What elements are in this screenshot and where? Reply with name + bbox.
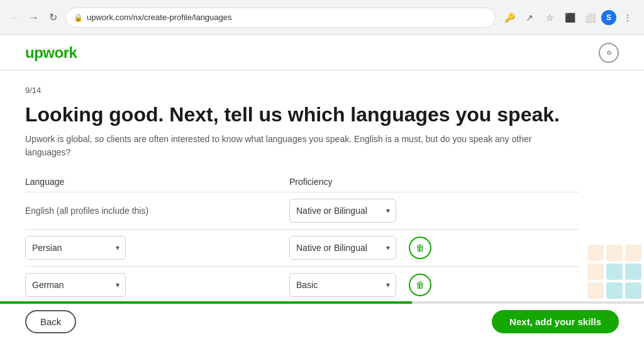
bottom-navigation: Back Next, add your skills <box>0 304 644 339</box>
lock-icon: 🔒 <box>74 13 83 22</box>
password-manager-button[interactable]: 🔑 <box>501 9 518 26</box>
delete-persian-button[interactable]: 🗑 <box>409 236 431 259</box>
language-row-german: Persian German French Spanish Arabic ▾ N… <box>25 266 579 304</box>
german-proficiency-wrapper: Native or Bilingual Fluent Conversationa… <box>289 273 396 297</box>
language-row-english: English (all profiles include this) Nati… <box>25 192 579 229</box>
main-content: 9/14 Looking good. Next, tell us which l… <box>0 70 604 338</box>
language-column-header: Language <box>25 177 289 187</box>
browser-profile-avatar[interactable]: S <box>601 10 616 25</box>
deco-cell-8 <box>625 282 641 299</box>
step-indicator: 9/14 <box>25 86 579 95</box>
upwork-logo: upwork <box>25 44 77 62</box>
menu-button[interactable]: ⋮ <box>619 9 636 26</box>
delete-german-button[interactable]: 🗑 <box>409 274 431 296</box>
back-nav-button[interactable]: ← <box>8 10 23 25</box>
forward-nav-button[interactable]: → <box>26 10 42 25</box>
english-proficiency-wrapper: Native or Bilingual Fluent Conversationa… <box>289 199 396 223</box>
german-proficiency-select[interactable]: Native or Bilingual Fluent Conversationa… <box>289 273 396 297</box>
german-language-wrapper: Persian German French Spanish Arabic ▾ <box>25 273 126 297</box>
user-account-icon[interactable]: ⚬ <box>599 43 619 63</box>
persian-proficiency-select[interactable]: Native or Bilingual Fluent Conversationa… <box>289 236 396 260</box>
browser-actions: 🔑 ↗ ☆ ⬛ ⬜ S ⋮ <box>501 9 636 26</box>
table-header: Language Proficiency <box>25 177 579 187</box>
german-language-select[interactable]: Persian German French Spanish Arabic <box>25 273 126 297</box>
page-subtitle: Upwork is global, so clients are often i… <box>25 133 579 159</box>
deco-cell-7 <box>606 282 623 299</box>
deco-cell-1 <box>606 245 623 261</box>
persian-language-select[interactable]: Persian German French Spanish Arabic <box>25 236 126 260</box>
app-header: upwork ⚬ <box>0 35 644 70</box>
bookmark-button[interactable]: ☆ <box>541 9 558 26</box>
extension-button[interactable]: ⬛ <box>561 9 579 26</box>
share-button[interactable]: ↗ <box>521 9 538 26</box>
proficiency-column-header: Proficiency <box>289 177 415 187</box>
deco-cell-5 <box>625 264 641 280</box>
german-language-cell: Persian German French Spanish Arabic ▾ <box>25 273 289 297</box>
deco-cell-4 <box>606 264 623 280</box>
page-title: Looking good. Next, tell us which langua… <box>25 103 579 126</box>
url-text: upwork.com/nx/create-profile/languages <box>87 13 232 22</box>
english-proficiency-select[interactable]: Native or Bilingual Fluent Conversationa… <box>289 199 396 223</box>
next-button[interactable]: Next, add your skills <box>492 310 619 333</box>
persian-language-wrapper: Persian German French Spanish Arabic ▾ <box>25 236 126 260</box>
browser-chrome: ← → ↻ 🔒 upwork.com/nx/create-profile/lan… <box>0 0 644 35</box>
english-language-label: English (all profiles include this) <box>25 206 289 216</box>
address-bar[interactable]: 🔒 upwork.com/nx/create-profile/languages <box>65 8 496 28</box>
persian-proficiency-wrapper: Native or Bilingual Fluent Conversationa… <box>289 236 396 260</box>
deco-cell-2 <box>625 245 641 261</box>
window-button[interactable]: ⬜ <box>581 9 599 26</box>
back-button[interactable]: Back <box>25 310 76 333</box>
language-row-persian: Persian German French Spanish Arabic ▾ N… <box>25 229 579 266</box>
nav-buttons: ← → ↻ <box>8 10 60 25</box>
reload-button[interactable]: ↻ <box>45 10 60 25</box>
persian-language-cell: Persian German French Spanish Arabic ▾ <box>25 236 289 260</box>
